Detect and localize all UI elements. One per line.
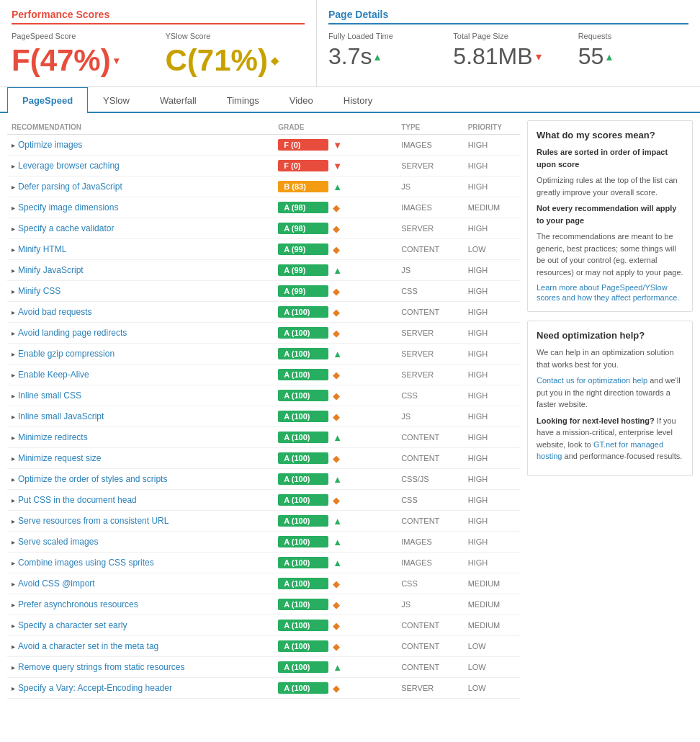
rec-name-link[interactable]: ▸ Specify a Vary: Accept-Encoding header: [12, 683, 269, 693]
table-row: ▸ Optimize images F (0) ▼ IMAGES HIGH: [7, 135, 520, 156]
rec-name-link[interactable]: ▸ Minify HTML: [12, 244, 269, 254]
rec-grade-cell: A (100) ◆: [274, 615, 397, 636]
col-header-grade: GRADE: [274, 120, 397, 135]
rec-name-link[interactable]: ▸ Minimize redirects: [12, 432, 269, 442]
rec-name-link[interactable]: ▸ Avoid bad requests: [12, 307, 269, 317]
rec-priority-cell: MEDIUM: [464, 615, 520, 636]
requests-arrow: ▴: [606, 50, 612, 63]
rec-name-cell: ▸ Specify a character set early: [7, 615, 274, 636]
rec-type-cell: JS: [397, 176, 464, 197]
rec-grade-cell: F (0) ▼: [274, 135, 397, 156]
col-header-priority: PRIORITY: [464, 120, 520, 135]
rec-name-link[interactable]: ▸ Combine images using CSS sprites: [12, 558, 269, 568]
rec-priority-cell: MEDIUM: [464, 573, 520, 594]
table-row: ▸ Specify a Vary: Accept-Encoding header…: [7, 678, 520, 699]
recommendations-table: RECOMMENDATION GRADE TYPE PRIORITY ▸ Opt…: [7, 120, 520, 699]
rec-name-link[interactable]: ▸ Avoid landing page redirects: [12, 328, 269, 338]
chevron-icon: ▸: [12, 392, 15, 400]
rec-name-link[interactable]: ▸ Specify a character set early: [12, 620, 269, 630]
tab-pagespeed[interactable]: PageSpeed: [7, 87, 88, 113]
tab-timings[interactable]: Timings: [212, 87, 274, 113]
rec-grade-cell: A (100) ▲: [274, 553, 397, 573]
rec-name-link[interactable]: ▸ Inline small JavaScript: [12, 411, 269, 421]
rec-name-link[interactable]: ▸ Put CSS in the document head: [12, 495, 269, 505]
tab-history[interactable]: History: [328, 87, 387, 113]
grade-icon: ◆: [333, 453, 340, 464]
rec-name-link[interactable]: ▸ Inline small CSS: [12, 390, 269, 401]
optimization-help-hosting: Looking for next-level hosting? If you h…: [537, 415, 683, 462]
rec-type-cell: JS: [397, 406, 464, 427]
rec-name-link[interactable]: ▸ Minify CSS: [12, 286, 269, 296]
rec-name-link[interactable]: ▸ Enable gzip compression: [12, 349, 269, 359]
tab-waterfall[interactable]: Waterfall: [145, 87, 212, 113]
grade-pill: A (99): [278, 243, 328, 255]
rec-type-cell: CSS: [397, 385, 464, 406]
grade-icon: ▲: [333, 182, 342, 192]
optimization-help-title: Need optimization help?: [537, 330, 683, 341]
rec-name-link[interactable]: ▸ Remove query strings from static resou…: [12, 662, 269, 672]
table-row: ▸ Avoid CSS @import A (100) ◆ CSS MEDIUM: [7, 573, 520, 594]
chevron-icon: ▸: [12, 434, 15, 442]
grade-icon: ◆: [333, 370, 340, 380]
table-row: ▸ Minimize redirects A (100) ▲ CONTENT H…: [7, 427, 520, 448]
rec-name-link[interactable]: ▸ Avoid a character set in the meta tag: [12, 641, 269, 651]
rec-priority-cell: HIGH: [464, 176, 520, 197]
rec-name-link[interactable]: ▸ Serve resources from a consistent URL: [12, 516, 269, 526]
rec-type-cell: CSS: [397, 281, 464, 302]
rec-grade-cell: A (100) ◆: [274, 406, 397, 427]
tab-yslow[interactable]: YSlow: [88, 87, 145, 113]
rec-type-cell: CONTENT: [397, 302, 464, 323]
rec-priority-cell: HIGH: [464, 532, 520, 553]
tab-video[interactable]: Video: [274, 87, 328, 113]
rec-name-cell: ▸ Inline small CSS: [7, 385, 274, 406]
table-row: ▸ Leverage browser caching F (0) ▼ SERVE…: [7, 156, 520, 176]
grade-pill: A (98): [278, 202, 328, 213]
rec-grade-cell: A (100) ◆: [274, 594, 397, 615]
table-row: ▸ Serve resources from a consistent URL …: [7, 511, 520, 532]
rec-name-link[interactable]: ▸ Leverage browser caching: [12, 161, 269, 171]
chevron-icon: ▸: [12, 308, 15, 316]
total-size-arrow: ▾: [536, 50, 542, 63]
rec-name-cell: ▸ Optimize images: [7, 135, 274, 156]
rec-name-link[interactable]: ▸ Serve scaled images: [12, 537, 269, 547]
rec-type-cell: CONTENT: [397, 448, 464, 469]
scores-meaning-link[interactable]: Learn more about PageSpeed/YSlow scores …: [537, 283, 680, 302]
rec-name-link[interactable]: ▸ Defer parsing of JavaScript: [12, 182, 269, 192]
rec-grade-cell: A (100) ▲: [274, 427, 397, 448]
rec-priority-cell: HIGH: [464, 511, 520, 532]
rec-name-link[interactable]: ▸ Optimize images: [12, 140, 269, 150]
rec-name-link[interactable]: ▸ Prefer asynchronous resources: [12, 599, 269, 609]
grade-icon: ◆: [333, 202, 340, 213]
rec-type-cell: CSS: [397, 490, 464, 511]
rec-name-link[interactable]: ▸ Enable Keep-Alive: [12, 370, 269, 380]
contact-link[interactable]: Contact us for optimization help: [537, 376, 647, 385]
rec-grade-cell: A (100) ◆: [274, 365, 397, 385]
performance-scores-panel: Performance Scores PageSpeed Score F(47%…: [0, 0, 317, 86]
rec-name-link[interactable]: ▸ Specify a cache validator: [12, 223, 269, 233]
grade-pill: A (100): [278, 557, 328, 568]
rec-type-cell: JS: [397, 594, 464, 615]
rec-name-cell: ▸ Serve scaled images: [7, 532, 274, 553]
grade-icon: ◆: [333, 578, 340, 589]
rec-grade-cell: A (100) ▲: [274, 344, 397, 365]
chevron-icon: ▸: [12, 246, 15, 254]
grade-icon: ◆: [333, 599, 340, 610]
rec-name-cell: ▸ Minimize redirects: [7, 427, 274, 448]
rec-type-cell: SERVER: [397, 323, 464, 344]
rec-name-link[interactable]: ▸ Optimize the order of styles and scrip…: [12, 474, 269, 484]
page-details-panel: Page Details Fully Loaded Time 3.7s▴ Tot…: [317, 0, 700, 86]
grade-pill: A (100): [278, 536, 328, 547]
grade-icon: ▼: [333, 161, 342, 171]
rec-grade-cell: A (99) ◆: [274, 239, 397, 260]
rec-name-link[interactable]: ▸ Avoid CSS @import: [12, 578, 269, 589]
grade-icon: ▲: [333, 474, 342, 485]
grade-icon: ▲: [333, 349, 342, 359]
rec-grade-cell: A (100) ◆: [274, 490, 397, 511]
yslow-arrow: ◆: [271, 55, 279, 66]
scores-meaning-title: What do my scores mean?: [537, 130, 683, 140]
rec-name-link[interactable]: ▸ Minify JavaScript: [12, 265, 269, 275]
chevron-icon: ▸: [12, 329, 15, 337]
chevron-icon: ▸: [12, 455, 15, 462]
rec-name-link[interactable]: ▸ Specify image dimensions: [12, 202, 269, 213]
rec-name-link[interactable]: ▸ Minimize request size: [12, 453, 269, 463]
